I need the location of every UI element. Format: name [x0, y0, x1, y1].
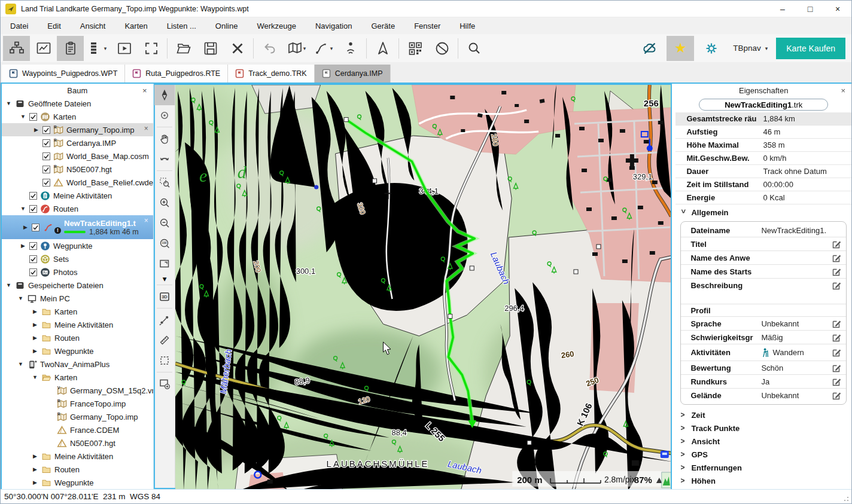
zoom-area-button[interactable]: [154, 172, 175, 193]
tree-item-tn-france-topo[interactable]: FranceTopo.imp: [2, 397, 153, 410]
pan-hand-button[interactable]: [154, 129, 175, 149]
expander-icon[interactable]: ▶: [32, 479, 38, 485]
properties-panel-button[interactable]: [57, 36, 84, 61]
edit-icon[interactable]: [829, 252, 841, 263]
expander-icon[interactable]: ▶: [33, 127, 39, 133]
visibility-checkbox[interactable]: [32, 224, 39, 231]
expander-icon[interactable]: ▼: [32, 374, 38, 380]
menu-geraete[interactable]: Geräte: [361, 17, 404, 34]
maximize-button[interactable]: □: [796, 1, 824, 17]
profile-toggle-icon[interactable]: [661, 472, 671, 488]
expander-icon[interactable]: ▶: [32, 466, 38, 472]
undo-button[interactable]: [256, 36, 283, 61]
tree-item-photos[interactable]: Photos: [2, 265, 153, 279]
tree-item-tn-osm[interactable]: Germany_OSM_15q2.vmap: [2, 384, 153, 397]
tab-ruta-puigpedros[interactable]: Ruta_Puigpedros.RTE: [125, 65, 228, 83]
section-entfernungen[interactable]: >Entfernungen: [675, 461, 851, 474]
view-3d-button[interactable]: [154, 286, 175, 307]
user-account-dropdown[interactable]: TBpnav▾: [728, 44, 772, 53]
tree-item-karten[interactable]: ▼Karten: [2, 110, 153, 123]
close-item-icon[interactable]: ×: [144, 216, 148, 225]
section-gps[interactable]: >GPS: [675, 448, 851, 461]
resize-grip[interactable]: [843, 496, 849, 502]
edit-track-points-button[interactable]: [154, 310, 175, 330]
menu-online[interactable]: Online: [206, 17, 248, 34]
tree-item-pc-routen[interactable]: ▶Routen: [2, 331, 153, 344]
tree-item-pc-karten[interactable]: ▶Karten: [2, 305, 153, 318]
tree-item-mein-pc[interactable]: ▼Mein PC: [2, 292, 153, 305]
new-map-button[interactable]: ▾: [283, 36, 310, 61]
zoom-options-caret[interactable]: ▾: [154, 274, 175, 283]
tree-item-routen[interactable]: ▼Routen: [2, 202, 153, 215]
tree-item-cerdanya[interactable]: Cerdanya.IMP: [2, 136, 153, 149]
tree-item-pc-aktivitaeten[interactable]: ▶Meine Aktivitäten: [2, 318, 153, 331]
zoom-in-button[interactable]: [154, 193, 175, 213]
transfer-device-button[interactable]: [401, 36, 428, 61]
fullscreen-button[interactable]: [138, 36, 165, 61]
tree-item-gespeicherte-dateien[interactable]: ▼Gespeicherte Dateien: [2, 279, 153, 292]
expander-icon[interactable]: ▼: [5, 100, 12, 106]
visibility-checkbox[interactable]: [42, 152, 50, 160]
tab-track-demo[interactable]: Track_demo.TRK: [228, 65, 314, 83]
visibility-checkbox[interactable]: [42, 126, 50, 134]
visibility-checkbox[interactable]: [29, 255, 37, 263]
measure-ruler-button[interactable]: [154, 330, 175, 350]
sidebar-close-icon[interactable]: ×: [142, 86, 147, 95]
menu-listen[interactable]: Listen ...: [157, 17, 206, 34]
edit-icon[interactable]: [829, 362, 841, 373]
fit-window-button[interactable]: [154, 253, 175, 274]
tree-item-world-base-relief[interactable]: World_Base_Relief.cwdem: [2, 176, 153, 189]
edit-icon[interactable]: [829, 332, 841, 343]
expander-icon[interactable]: ▶: [32, 348, 38, 354]
favorites-button[interactable]: ★: [667, 36, 694, 61]
visibility-checkbox[interactable]: [29, 268, 37, 276]
menu-hilfe[interactable]: Hilfe: [450, 17, 485, 34]
expander-icon[interactable]: ▶: [20, 243, 26, 249]
tree-item-pc-wegpunkte[interactable]: ▶Wegpunkte: [2, 344, 153, 358]
track-file-pill[interactable]: NewTrackEditing1.trk: [699, 99, 828, 111]
track-start-marker[interactable]: [344, 118, 348, 122]
tree-item-germany-topo[interactable]: ▶Germany_Topo.imp×: [2, 123, 153, 136]
expander-icon[interactable]: ▼: [17, 361, 24, 367]
expander-icon[interactable]: ▼: [20, 114, 26, 120]
visibility-checkbox[interactable]: [42, 166, 50, 173]
track-point-marker[interactable]: [448, 314, 452, 319]
buy-map-button[interactable]: Karte Kaufen: [776, 38, 845, 59]
navigate-button[interactable]: [369, 36, 396, 61]
expander-icon[interactable]: ▼: [5, 282, 12, 288]
activities-button[interactable]: [337, 36, 364, 61]
menu-datei[interactable]: Datei: [1, 17, 38, 34]
new-track-button[interactable]: ▾: [310, 36, 337, 61]
edit-icon[interactable]: [829, 318, 841, 329]
menu-navigation[interactable]: Navigation: [306, 17, 361, 34]
tree-item-tn-n50e007[interactable]: N50E007.hgt: [2, 436, 153, 450]
edit-icon[interactable]: [829, 239, 841, 249]
tab-waypoints-puigpedros[interactable]: Waypoints_Puigpedros.WPT: [2, 65, 125, 83]
minimize-button[interactable]: –: [769, 1, 796, 17]
visibility-checkbox[interactable]: [29, 113, 37, 121]
tree-item-tn-wegpunkte[interactable]: ▶Wegpunkte: [2, 476, 153, 489]
visibility-checkbox[interactable]: [29, 192, 37, 200]
visibility-checkbox[interactable]: [42, 179, 50, 187]
map-canvas[interactable]: 256 329,1 344,1 300,1 296,4 260 250 280 …: [175, 85, 671, 490]
expander-icon[interactable]: ▼: [17, 295, 24, 301]
edit-icon[interactable]: [829, 266, 841, 277]
tree-item-tn-routen[interactable]: ▶Routen: [2, 463, 153, 476]
save-button[interactable]: [197, 36, 224, 61]
tab-cerdanya[interactable]: Cerdanya.IMP: [315, 65, 391, 83]
section-ansicht[interactable]: >Ansicht: [675, 435, 851, 448]
menu-ansicht[interactable]: Ansicht: [71, 17, 115, 34]
close-button[interactable]: ×: [824, 1, 851, 17]
close-item-icon[interactable]: ×: [144, 124, 148, 133]
select-area-button[interactable]: [154, 350, 175, 371]
close-file-button[interactable]: [224, 36, 251, 61]
tree-item-tn-germany-topo[interactable]: Germany_Topo.imp: [2, 410, 153, 423]
visibility-checkbox[interactable]: [29, 205, 37, 213]
new-map-window-button[interactable]: [154, 374, 175, 394]
presentation-button[interactable]: [111, 36, 138, 61]
online-services-button[interactable]: [428, 36, 455, 61]
section-hoehen[interactable]: >Höhen: [675, 474, 851, 487]
visibility-checkbox[interactable]: [42, 139, 50, 147]
section-track-punkte[interactable]: >Track Punkte: [675, 421, 851, 435]
menu-karten[interactable]: Karten: [115, 17, 157, 34]
